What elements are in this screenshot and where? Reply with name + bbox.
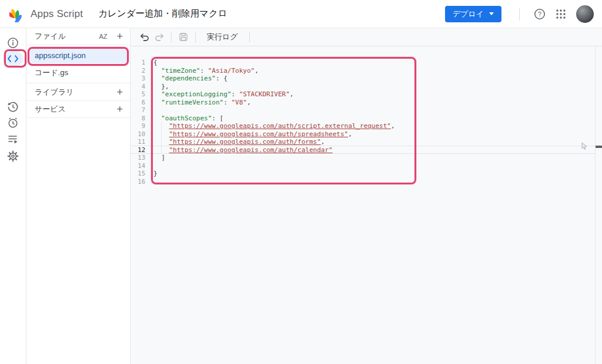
sidebar-item-triggers[interactable] — [3, 115, 23, 130]
code-line[interactable]: 5 "exceptionLogging": "STACKDRIVER", — [131, 90, 602, 99]
code-text: "https://www.googleapis.com/auth/calenda… — [153, 146, 333, 154]
services-label: サービス — [35, 104, 66, 114]
code-line[interactable]: 2 "timeZone": "Asia/Tokyo", — [131, 67, 602, 75]
executions-icon — [8, 134, 18, 144]
toolbar-divider — [249, 32, 250, 42]
files-panel: ファイル AZ + appsscript.json コード.gs ライブラリ +… — [26, 28, 131, 364]
line-number: 11 — [131, 138, 145, 146]
code-line[interactable]: 1{ — [131, 59, 602, 67]
mouse-cursor — [581, 142, 588, 150]
redo-button[interactable] — [152, 30, 167, 44]
left-rail — [0, 28, 26, 364]
sort-files-icon[interactable]: AZ — [99, 33, 107, 40]
code-line[interactable]: 13 ] — [131, 154, 602, 162]
code-editor[interactable]: 1{2 "timeZone": "Asia/Tokyo",3 "dependen… — [131, 46, 602, 364]
svg-text:?: ? — [538, 10, 541, 17]
undo-button[interactable] — [136, 30, 152, 44]
file-item-appsscript-json[interactable]: appsscript.json — [29, 48, 128, 63]
deploy-button[interactable]: デプロイ — [445, 6, 501, 22]
add-service-icon[interactable]: + — [114, 104, 125, 114]
code-line[interactable]: 12 "https://www.googleapis.com/auth/cale… — [131, 146, 602, 154]
line-number: 1 — [131, 59, 145, 67]
file-name: appsscript.json — [35, 51, 86, 60]
line-number: 5 — [131, 90, 145, 99]
code-text: "runtimeVersion": "V8", — [153, 99, 251, 107]
code-text: "https://www.googleapis.com/auth/forms", — [153, 138, 325, 146]
code-text: } — [153, 170, 158, 178]
chevron-down-icon — [489, 12, 494, 15]
alarm-icon — [7, 117, 19, 129]
line-number: 16 — [131, 178, 145, 186]
code-text: "dependencies": { — [153, 75, 228, 83]
code-text: "timeZone": "Asia/Tokyo", — [153, 67, 259, 75]
code-line[interactable]: 8 "oauthScopes": [ — [131, 114, 602, 123]
code-line[interactable]: 6 "runtimeVersion": "V8", — [131, 99, 602, 107]
code-line[interactable]: 10 "https://www.googleapis.com/auth/spre… — [131, 130, 602, 139]
line-number: 12 — [131, 146, 145, 154]
help-icon[interactable]: ? — [529, 4, 550, 25]
execution-log-button[interactable]: 実行ログ — [200, 32, 245, 42]
code-line[interactable]: 15} — [131, 170, 602, 178]
apps-script-ide: Apps Script カレンダー追加・削除用マクロ デプロイ ? — [0, 0, 602, 364]
file-item-code-gs[interactable]: コード.gs — [29, 65, 128, 80]
code-line[interactable]: 14 — [131, 162, 602, 170]
code-line[interactable]: 11 "https://www.googleapis.com/auth/form… — [131, 138, 602, 146]
libraries-section: ライブラリ + — [26, 83, 130, 100]
file-name: コード.gs — [35, 68, 68, 78]
code-text: "https://www.googleapis.com/auth/script.… — [153, 122, 395, 130]
toolbar-divider — [195, 32, 196, 42]
services-section: サービス + — [26, 100, 130, 118]
line-number: 13 — [131, 154, 145, 162]
add-file-icon[interactable]: + — [114, 31, 125, 42]
line-number: 8 — [131, 114, 145, 123]
line-number: 4 — [131, 83, 145, 91]
toolbar-divider — [171, 32, 172, 42]
code-icon — [7, 55, 19, 63]
apps-grid-icon[interactable] — [550, 4, 571, 25]
project-title[interactable]: カレンダー追加・削除用マクロ — [98, 8, 228, 20]
files-panel-title: ファイル — [35, 31, 66, 42]
sidebar-item-editor[interactable] — [3, 51, 23, 66]
app-name[interactable]: Apps Script — [31, 8, 83, 20]
sidebar-item-overview[interactable] — [3, 35, 23, 50]
code-text: }, — [153, 83, 169, 91]
code-line[interactable]: 3 "dependencies": { — [131, 75, 602, 83]
sidebar-item-settings[interactable] — [3, 149, 23, 164]
code-line[interactable]: 16 — [131, 178, 602, 186]
undo-icon — [139, 32, 149, 42]
app-header: Apps Script カレンダー追加・削除用マクロ デプロイ ? — [0, 0, 602, 28]
code-line[interactable]: 9 "https://www.googleapis.com/auth/scrip… — [131, 122, 602, 130]
code-line[interactable]: 7 — [131, 106, 602, 114]
history-icon — [7, 101, 19, 113]
redo-icon — [155, 32, 165, 42]
header-divider — [519, 8, 520, 21]
info-icon — [7, 37, 19, 49]
line-number: 2 — [131, 67, 145, 75]
deploy-label: デプロイ — [453, 9, 484, 19]
line-number: 3 — [131, 75, 145, 83]
line-number: 7 — [131, 106, 145, 114]
sidebar-item-executions[interactable] — [3, 132, 23, 147]
add-library-icon[interactable]: + — [114, 87, 125, 97]
editor-pane: 実行ログ 1{2 "timeZone": "Asia/Tokyo",3 "dep… — [131, 28, 602, 364]
code-text: "https://www.googleapis.com/auth/spreads… — [153, 130, 352, 139]
code-text: { — [153, 59, 158, 67]
apps-script-logo-icon[interactable] — [9, 6, 26, 22]
code-text: ] — [153, 154, 165, 162]
code-text: "oauthScopes": [ — [153, 114, 223, 123]
save-icon — [179, 32, 188, 42]
line-number: 9 — [131, 122, 145, 130]
line-number: 6 — [131, 99, 145, 107]
sidebar-item-project-history[interactable] — [3, 99, 23, 114]
file-list: appsscript.json コード.gs — [26, 45, 130, 83]
line-number: 15 — [131, 170, 145, 178]
gear-icon — [7, 150, 19, 162]
files-panel-header: ファイル AZ + — [26, 28, 130, 45]
save-button[interactable] — [176, 30, 191, 44]
editor-toolbar: 実行ログ — [131, 28, 602, 46]
line-number: 10 — [131, 130, 145, 139]
code-text: "exceptionLogging": "STACKDRIVER", — [153, 90, 293, 99]
avatar[interactable] — [576, 5, 594, 23]
code-line[interactable]: 4 }, — [131, 83, 602, 91]
libraries-label: ライブラリ — [35, 87, 74, 97]
